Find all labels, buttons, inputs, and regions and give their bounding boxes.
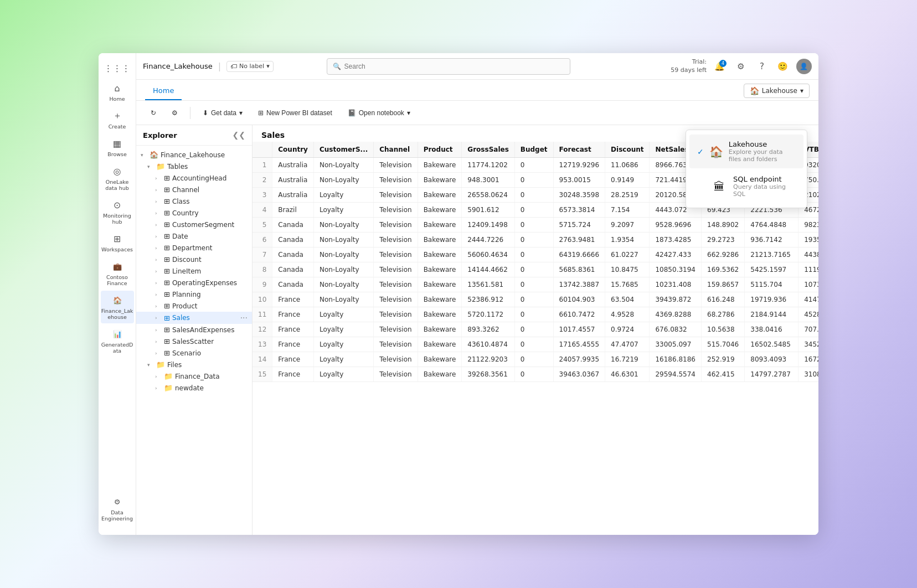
table-cell: France — [272, 322, 314, 337]
table-cell: 2444.7226 — [462, 233, 514, 247]
tree-tables-folder[interactable]: ▾ 📁 Tables — [136, 161, 252, 172]
table-cell: 0 — [514, 322, 553, 337]
nav-contoso[interactable]: 💼 ContosoFinance — [101, 257, 134, 290]
table-cell: 0.9724 — [605, 322, 650, 337]
tree-lakehouse-root[interactable]: ▾ 🏠 Finance_Lakehouse — [136, 149, 252, 161]
table-cell: 68.2786 — [702, 307, 745, 322]
country-label: Country — [172, 209, 248, 217]
table-cell: Loyalty — [313, 367, 373, 382]
search-input[interactable] — [344, 63, 564, 70]
table-cell: Television — [374, 292, 418, 307]
tree-item-salesandexpenses[interactable]: › ⊞ SalesAndExpenses — [136, 324, 252, 336]
country-table-icon: ⊞ — [164, 209, 170, 217]
toolbar-refresh-button[interactable]: ↻ — [145, 106, 162, 120]
nav-browse[interactable]: ▦ Browse — [101, 134, 134, 161]
nav-apps-grid[interactable]: ⋮⋮⋮ — [101, 59, 134, 78]
nav-data-engineering[interactable]: ⚙ DataEngineering — [101, 492, 134, 525]
new-dataset-label: New Power BI dataset — [266, 109, 332, 117]
toolbar-settings-button[interactable]: ⚙ — [166, 106, 183, 120]
table-cell: 0 — [514, 233, 553, 247]
tree-item-planning[interactable]: › ⊞ Planning — [136, 288, 252, 300]
department-table-icon: ⊞ — [164, 244, 170, 252]
tree-item-customersegment[interactable]: › ⊞ CustomerSegment — [136, 219, 252, 230]
lakehouse-chevron: ▾ — [800, 87, 803, 95]
top-bar: Finance_Lakehouse | 🏷 No label ▾ 🔍 Trial… — [136, 53, 818, 80]
get-data-button[interactable]: ⬇ Get data ▾ — [197, 106, 248, 120]
feedback-button[interactable]: 🙂 — [775, 59, 791, 74]
notification-button[interactable]: 🔔 4 — [712, 59, 728, 74]
nav-monitoring[interactable]: ⊙ Monitoringhub — [101, 195, 134, 228]
table-cell: 29.2723 — [702, 233, 745, 247]
table-cell: 15.7685 — [605, 277, 650, 292]
settings-button[interactable]: ⚙ — [733, 59, 749, 74]
tree-item-class[interactable]: › ⊞ Class — [136, 195, 252, 207]
tree-item-discount[interactable]: › ⊞ Discount — [136, 254, 252, 265]
nav-home[interactable]: ⌂ Home — [101, 79, 134, 105]
tree-item-operatingexpenses[interactable]: › ⊞ OperatingExpenses — [136, 277, 252, 288]
tree-item-sales[interactable]: › ⊞ Sales ··· — [136, 312, 252, 324]
table-cell: 39463.0367 — [553, 367, 605, 382]
newdate-folder-icon: 📁 — [164, 384, 173, 392]
table-row: 6CanadaNon-LoyaltyTelevisionBakeware2444… — [253, 233, 818, 247]
table-cell: 8093.4093 — [745, 352, 798, 367]
table-cell: 11 — [253, 307, 272, 322]
table-cell: 252.919 — [702, 352, 745, 367]
tables-expand-icon: ▾ — [147, 164, 154, 169]
lakehouse-dropdown-text: Lakehouse Explore your data files and fo… — [729, 140, 796, 163]
tree-item-salesscatter[interactable]: › ⊞ SalesScatter — [136, 336, 252, 347]
nav-finance-lakehouse[interactable]: 🏠 Finance_Lakehouse — [101, 291, 134, 323]
salesandexpenses-expand-icon: › — [155, 327, 162, 333]
new-dataset-button[interactable]: ⊞ New Power BI dataset — [253, 106, 338, 120]
table-cell: 9 — [253, 277, 272, 292]
tab-home[interactable]: Home — [145, 82, 182, 100]
table-cell: Television — [374, 337, 418, 352]
tree-item-finance-data[interactable]: › 📁 Finance_Data — [136, 370, 252, 382]
tree-item-accountinghead[interactable]: › ⊞ AccountingHead — [136, 172, 252, 184]
tree-files-folder[interactable]: ▾ 📁 Files — [136, 359, 252, 370]
table-cell: Canada — [272, 218, 314, 233]
table-cell: 16502.5485 — [745, 337, 798, 352]
dropdown-item-lakehouse[interactable]: ✓ 🏠 Lakehouse Explore your data files an… — [689, 135, 803, 168]
table-cell: Bakeware — [418, 233, 462, 247]
tree-item-channel[interactable]: › ⊞ Channel — [136, 184, 252, 195]
tree-item-product[interactable]: › ⊞ Product — [136, 300, 252, 312]
sql-dropdown-title: SQL endpoint — [733, 175, 796, 183]
dropdown-item-sql[interactable]: 🏛 SQL endpoint Query data using SQL — [689, 169, 803, 203]
collapse-icon[interactable]: ❮❮ — [233, 131, 245, 140]
class-label: Class — [172, 198, 248, 205]
search-bar[interactable]: 🔍 — [327, 58, 570, 75]
table-icon: ⊞ — [164, 174, 170, 182]
nav-workspaces[interactable]: ⊞ Workspaces — [101, 229, 134, 256]
home-icon: ⌂ — [111, 82, 123, 94]
table-cell: 1873.4285 — [650, 233, 702, 247]
open-notebook-button[interactable]: 📓 Open notebook ▾ — [342, 106, 416, 120]
table-cell: Australia — [272, 158, 314, 173]
help-button[interactable]: ? — [754, 59, 770, 74]
tree-item-newdate[interactable]: › 📁 newdate — [136, 382, 252, 394]
label-badge[interactable]: 🏷 No label ▾ — [226, 61, 274, 72]
col-customersegment: CustomerS... — [313, 142, 373, 158]
nav-generated-data[interactable]: 📊 GeneratedData — [101, 324, 134, 357]
nav-contoso-label: ContosoFinance — [106, 274, 128, 286]
lakehouse-view-button[interactable]: 🏠 Lakehouse ▾ — [744, 84, 810, 98]
nav-onelake[interactable]: ◎ OneLakedata hub — [101, 162, 134, 194]
tree-item-country[interactable]: › ⊞ Country — [136, 207, 252, 219]
table-cell: Bakeware — [418, 277, 462, 292]
nav-create[interactable]: ＋ Create — [101, 106, 134, 133]
table-cell: 4528.32 — [798, 307, 818, 322]
user-avatar[interactable]: 👤 — [796, 59, 812, 74]
col-index — [253, 142, 272, 158]
open-notebook-chevron: ▾ — [407, 109, 410, 117]
tree-item-date[interactable]: › ⊞ Date — [136, 230, 252, 242]
table-cell: 14797.2787 — [745, 367, 798, 382]
open-notebook-label: Open notebook — [359, 109, 404, 117]
tree-item-scenario[interactable]: › ⊞ Scenario — [136, 347, 252, 359]
col-country: Country — [272, 142, 314, 158]
tree-item-department[interactable]: › ⊞ Department — [136, 242, 252, 254]
sales-more-icon[interactable]: ··· — [240, 313, 248, 322]
table-cell: 676.0832 — [650, 322, 702, 337]
table-cell: 41472 — [798, 292, 818, 307]
table-cell: 16.7219 — [605, 352, 650, 367]
col-grosssales: GrossSales — [462, 142, 514, 158]
tree-item-lineitem[interactable]: › ⊞ LineItem — [136, 265, 252, 277]
